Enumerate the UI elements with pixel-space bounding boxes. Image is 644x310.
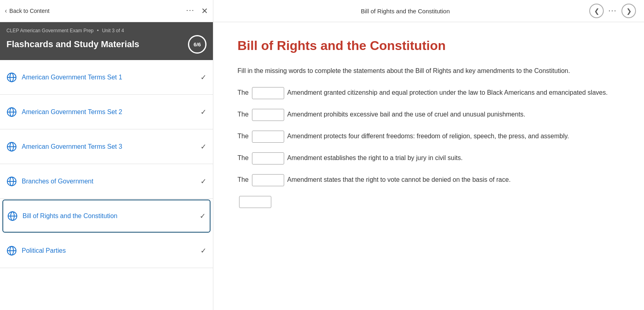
sidebar-item-label: American Government Terms Set 3 (22, 143, 196, 150)
top-bar-left-actions: ⋮ ✕ (186, 6, 208, 16)
globe-icon (7, 211, 18, 221)
q5-prefix: The (237, 176, 249, 183)
globe-icon (6, 176, 17, 187)
sidebar-item-label: American Government Terms Set 1 (22, 74, 196, 81)
prev-nav-button[interactable]: ❮ (589, 4, 604, 18)
sidebar-item-label: Bill of Rights and the Constitution (23, 212, 195, 220)
sidebar-item[interactable]: Political Parties ✓ (0, 233, 213, 268)
sidebar-subtitle: CLEP American Government Exam Prep • Uni… (6, 28, 206, 33)
main-layout: CLEP American Government Exam Prep • Uni… (0, 22, 644, 310)
fill-question-3: The Amendment protects four different fr… (237, 131, 624, 143)
q4-input[interactable] (252, 152, 284, 164)
fill-question-1: The Amendment granted citizenship and eq… (237, 87, 624, 99)
sidebar-unit: Unit 3 of 4 (102, 28, 124, 33)
q5-suffix: Amendment states that the right to vote … (287, 176, 511, 183)
sidebar-item-label: Branches of Government (22, 178, 196, 185)
bullet-separator: • (97, 28, 99, 33)
q3-input[interactable] (252, 131, 284, 143)
globe-icon (6, 72, 17, 83)
globe-icon (6, 107, 17, 117)
back-chevron-icon: ‹ (5, 7, 7, 15)
content-title: Bill of Rights and the Constitution (237, 38, 624, 53)
fill-question-4: The Amendment establishes the right to a… (237, 152, 624, 164)
checkmark-icon: ✓ (200, 108, 206, 117)
fill-question-6 (237, 196, 624, 208)
progress-circle: 6/6 (188, 35, 206, 54)
q4-prefix: The (237, 154, 249, 161)
sidebar-item-label: Political Parties (22, 247, 196, 254)
checkmark-icon: ✓ (200, 212, 206, 221)
prev-nav-icon: ❮ (594, 7, 599, 15)
q2-input[interactable] (252, 109, 284, 121)
content-three-dots-icon[interactable]: ⋮ (608, 7, 617, 15)
back-to-content-link[interactable]: ‹ Back to Content (5, 7, 50, 15)
q3-suffix: Amendment protects four different freedo… (287, 133, 569, 139)
q3-prefix: The (237, 133, 249, 139)
sidebar-title-row: Flashcards and Study Materials 6/6 (6, 35, 206, 54)
sidebar-three-dots-icon[interactable]: ⋮ (186, 6, 195, 15)
q2-prefix: The (237, 111, 249, 118)
top-bar-right: Bill of Rights and the Constitution ❮ ⋮ … (213, 0, 644, 22)
next-nav-button[interactable]: ❯ (621, 4, 636, 18)
q1-suffix: Amendment granted citizenship and equal … (287, 89, 608, 96)
sidebar-header: CLEP American Government Exam Prep • Uni… (0, 22, 213, 60)
globe-icon (6, 246, 17, 256)
q6-input[interactable] (239, 196, 271, 208)
sidebar-item-label: American Government Terms Set 2 (22, 108, 196, 116)
back-to-content-label: Back to Content (9, 8, 50, 14)
sidebar-course-name: CLEP American Government Exam Prep (6, 28, 94, 33)
q1-prefix: The (237, 89, 249, 96)
q4-suffix: Amendment establishes the right to a tri… (287, 154, 463, 161)
sidebar-item-active[interactable]: Bill of Rights and the Constitution ✓ (2, 200, 211, 233)
globe-icon (6, 141, 17, 152)
sidebar-title-text: Flashcards and Study Materials (6, 39, 139, 50)
top-bar: ‹ Back to Content ⋮ ✕ Bill of Rights and… (0, 0, 644, 22)
sidebar-item[interactable]: American Government Terms Set 2 ✓ (0, 95, 213, 129)
close-button[interactable]: ✕ (201, 6, 208, 16)
content-header-title: Bill of Rights and the Constitution (221, 8, 589, 15)
sidebar-scroll[interactable]: American Government Terms Set 1 ✓ Americ… (0, 60, 213, 310)
checkmark-icon: ✓ (200, 142, 206, 151)
checkmark-icon: ✓ (200, 73, 206, 82)
sidebar-item[interactable]: American Government Terms Set 1 ✓ (0, 60, 213, 95)
q1-input[interactable] (252, 87, 284, 99)
checkmark-icon: ✓ (200, 177, 206, 186)
nav-actions: ❮ ⋮ ❯ (589, 4, 636, 18)
q2-suffix: Amendment prohibits excessive bail and t… (287, 111, 525, 118)
checkmark-icon: ✓ (200, 246, 206, 255)
top-bar-left: ‹ Back to Content ⋮ ✕ (0, 0, 213, 22)
fill-question-2: The Amendment prohibits excessive bail a… (237, 109, 624, 121)
q5-input[interactable] (252, 174, 284, 186)
content-area: Bill of Rights and the Constitution Fill… (213, 22, 644, 310)
sidebar-item[interactable]: American Government Terms Set 3 ✓ (0, 129, 213, 164)
content-intro: Fill in the missing words to complete th… (237, 66, 624, 76)
sidebar: CLEP American Government Exam Prep • Uni… (0, 22, 213, 310)
fill-question-5: The Amendment states that the right to v… (237, 174, 624, 186)
next-nav-icon: ❯ (626, 7, 632, 15)
sidebar-item[interactable]: Branches of Government ✓ (0, 164, 213, 199)
progress-label: 6/6 (194, 42, 201, 48)
